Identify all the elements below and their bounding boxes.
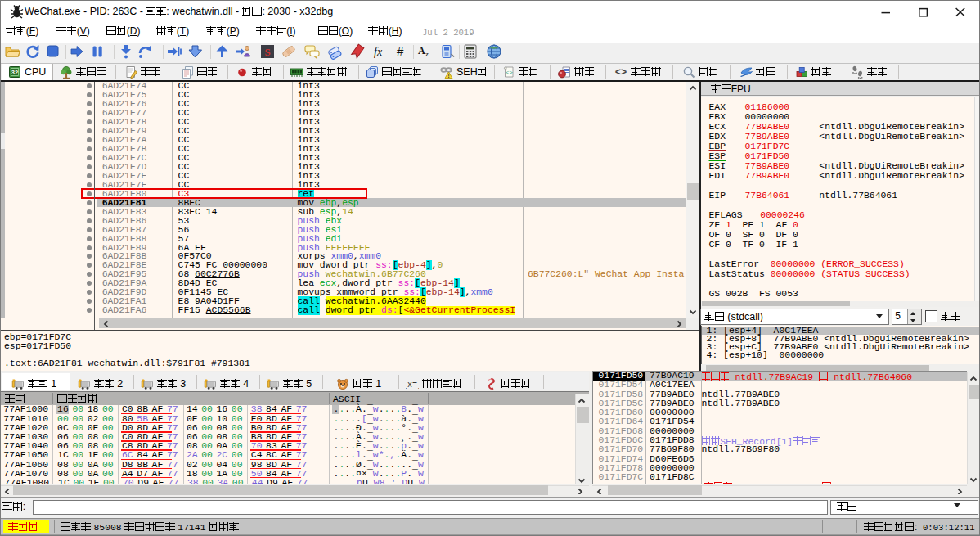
svg-text:[x=]: [x=] xyxy=(406,381,419,390)
svg-text:<>: <> xyxy=(615,67,627,79)
svg-text:32: 32 xyxy=(11,69,18,76)
svg-text:z: z xyxy=(425,50,429,58)
svg-text:A: A xyxy=(418,45,425,56)
svg-text:S: S xyxy=(264,46,270,58)
svg-text:fx: fx xyxy=(374,46,383,58)
svg-text:<>: <> xyxy=(506,69,512,75)
svg-text:#: # xyxy=(397,44,404,58)
svg-text:!: ! xyxy=(447,72,449,78)
